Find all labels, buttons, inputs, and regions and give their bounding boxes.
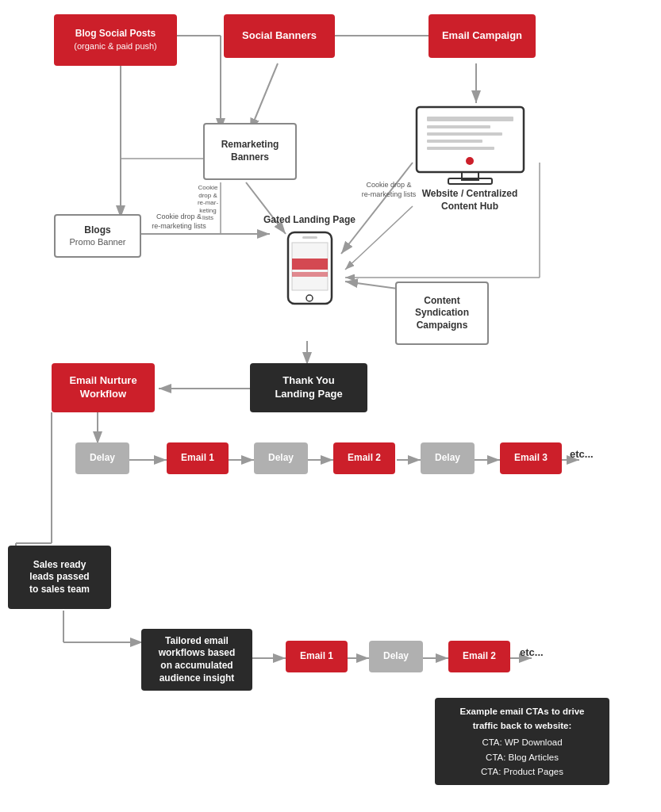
svg-rect-40 (427, 132, 502, 136)
delay2-box: Delay (254, 442, 308, 474)
diagram: Blog Social Posts(organic & paid push) S… (0, 0, 661, 812)
delay3-box: Delay (421, 442, 475, 474)
thank-you-box: Thank YouLanding Page (250, 363, 367, 412)
svg-rect-38 (427, 117, 513, 121)
email2a-box: Email 2 (333, 442, 395, 474)
monitor-icon (413, 99, 528, 186)
content-syndication-box: ContentSyndicationCampaigns (395, 282, 489, 345)
delay1-box: Delay (75, 442, 129, 474)
social-banners-box: Social Banners (224, 14, 335, 58)
sales-ready-box: Sales readyleads passedto sales team (8, 546, 111, 609)
etc2-label: etc... (520, 646, 544, 658)
cookie-label-3: Cookie drop &re-marketing lists (357, 181, 421, 199)
svg-rect-49 (292, 272, 328, 277)
email-campaign-box: Email Campaign (428, 14, 536, 58)
gated-landing-area: Gated Landing Page (262, 214, 357, 308)
email-nurture-box: Email NurtureWorkflow (52, 363, 155, 412)
phone-icon (284, 228, 336, 308)
remarketing-banners-box: RemarketingBanners (203, 123, 297, 180)
cookie-label-2: Cookiedrop &re-mar­ketinglists (197, 184, 219, 222)
gated-landing-label: Gated Landing Page (262, 214, 357, 225)
delay4-box: Delay (369, 641, 423, 672)
svg-point-45 (466, 157, 474, 165)
svg-rect-42 (427, 147, 494, 150)
email3a-box: Email 3 (500, 442, 562, 474)
email1a-box: Email 1 (167, 442, 229, 474)
svg-line-5 (250, 63, 278, 131)
blogs-box: Blogs Promo Banner (54, 214, 141, 258)
svg-rect-41 (427, 140, 482, 143)
svg-rect-51 (302, 236, 317, 239)
email1b-box: Email 1 (286, 641, 348, 672)
email2b-box: Email 2 (448, 641, 510, 672)
cta-box: Example email CTAs to drivetraffic back … (435, 698, 609, 785)
blog-social-box: Blog Social Posts(organic & paid push) (54, 14, 177, 66)
svg-rect-48 (292, 259, 328, 270)
tailored-email-box: Tailored emailworkflows basedon accumula… (141, 629, 252, 691)
etc1-label: etc... (570, 448, 594, 460)
svg-rect-39 (427, 125, 490, 128)
svg-point-50 (306, 295, 313, 301)
